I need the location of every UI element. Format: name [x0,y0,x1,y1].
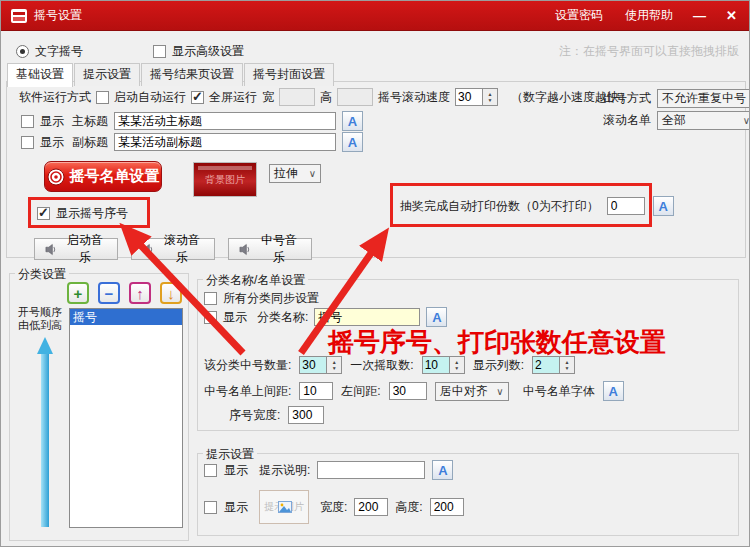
fullscreen-label: 全屏运行 [209,89,257,106]
sync-all-label: 所有分类同步设置 [223,290,319,307]
close-button[interactable]: ✕ [726,8,737,23]
show-tip-text-checkbox[interactable]: ✓ [204,464,217,477]
category-name-font-button[interactable]: A [426,307,447,327]
minimize-button[interactable]: — [693,8,706,23]
names-group-label: 分类名称/名单设置 [203,272,308,289]
screen-height-input[interactable] [337,88,373,106]
screen-width-input[interactable] [279,88,315,106]
top-margin-label: 中号名单上间距: [204,383,291,400]
print-count-input[interactable] [607,197,645,215]
main-title-input[interactable] [114,112,336,130]
category-list-item-selected[interactable]: 摇号 [70,309,182,325]
tab-result-page[interactable]: 摇号结果页设置 [141,63,243,86]
tip-height-input[interactable] [430,498,464,516]
left-margin-input[interactable] [389,382,427,400]
tip-text-row: ✓ 显示 提示说明: A [204,460,453,480]
advanced-checkbox[interactable]: ✓ [153,45,166,58]
spin-down-icon: ▼ [332,365,337,371]
tab-basic[interactable]: 基础设置 [7,63,73,87]
roster-badge-icon [47,168,65,186]
show-serial-row: ✓ 显示摇号序号 [37,205,128,222]
spin-down-icon: ▼ [565,365,570,371]
remove-category-button[interactable]: − [98,282,120,304]
tip-font-button[interactable]: A [432,460,453,480]
left-margin-label: 左间距: [341,383,380,400]
text-mode-radio[interactable] [16,45,29,58]
main-title-label: 主标题 [72,113,108,130]
show-label: 显示 [224,462,248,479]
roll-list-dropdown[interactable]: 全部 ∨ [657,111,750,130]
advanced-label: 显示高级设置 [172,43,244,60]
start-music-button[interactable]: 启动音乐 [34,238,118,260]
sync-all-checkbox[interactable]: ✓ [204,292,217,305]
margins-row: 中号名单上间距: 左间距: 居中对齐 ∨ 中号名单字体 A [204,381,624,401]
add-category-button[interactable]: + [67,282,89,304]
tip-desc-input[interactable] [317,461,425,479]
main-title-font-button[interactable]: A [342,111,363,131]
out-mode-dropdown[interactable]: 不允许重复中号 ∨ [657,89,750,108]
tip-desc-label: 提示说明: [259,462,310,479]
roll-music-button[interactable]: 滚动音乐 [131,238,215,260]
auto-run-label: 启动自动运行 [114,89,186,106]
show-label: 显示 [224,499,248,516]
serial-width-row: 序号宽度: [229,406,324,424]
win-count-label: 该分类中号数量: [204,357,291,374]
roster-font-label: 中号名单字体 [523,383,595,400]
roster-font-button[interactable]: A [603,381,624,401]
stretch-dropdown[interactable]: 拉伸 ∨ [269,164,321,183]
move-up-button[interactable]: ↑ [129,282,151,304]
out-mode-value: 不允许重复中号 [662,90,746,107]
tab-tips[interactable]: 提示设置 [74,63,140,86]
background-image-thumbnail[interactable]: 背景图片 [193,162,257,197]
height-label: 高 [320,89,332,106]
show-label: 显示 [223,309,247,326]
tip-image-button[interactable]: 提示图片 [259,490,309,524]
speaker-icon [142,243,154,256]
fullscreen-checkbox[interactable]: ✓ [191,91,204,104]
drag-hint-note: 注：在摇号界面可以直接拖拽排版 [559,43,739,60]
set-password-menu[interactable]: 设置密码 [555,7,603,24]
align-dropdown[interactable]: 居中对齐 ∨ [435,382,509,401]
show-category-name-checkbox[interactable]: ✓ [204,311,217,324]
show-serial-checkbox[interactable]: ✓ [37,207,50,220]
app-icon [11,9,27,23]
roll-list-label: 滚动名单 [603,112,651,129]
show-sub-title-checkbox[interactable]: ✓ [21,136,34,149]
top-margin-input[interactable] [299,382,333,400]
out-mode-row: 出号方式 不允许重复中号 ∨ [603,89,750,108]
category-toolbar: + − ↑ ↓ [67,282,182,304]
tip-width-input[interactable] [354,498,388,516]
sub-title-input[interactable] [114,133,336,151]
auto-run-checkbox[interactable]: ✓ [96,91,109,104]
roll-music-label: 滚动音乐 [160,232,204,266]
show-tip-image-checkbox[interactable]: ✓ [204,501,217,514]
speed-label: 摇号滚动速度 [378,89,450,106]
win-count-input[interactable] [299,356,327,374]
chevron-down-icon: ∨ [309,168,316,179]
stretch-value: 拉伸 [274,165,298,182]
category-name-input[interactable] [314,308,420,326]
roster-settings-button[interactable]: 摇号名单设置 [44,161,162,192]
tab-bar: 基础设置 提示设置 摇号结果页设置 摇号封面设置 [7,63,335,86]
win-music-button[interactable]: 中号音乐 [228,238,312,260]
chevron-down-icon: ∨ [743,115,750,126]
tab-cover[interactable]: 摇号封面设置 [244,63,334,86]
serial-width-input[interactable] [288,406,324,424]
speed-input[interactable] [455,88,483,106]
speed-spin-buttons[interactable]: ▲▼ [483,88,498,106]
annotation-text: 摇号序号、打印张数任意设置 [328,325,666,360]
width-label: 宽 [262,89,274,106]
print-count-label: 抽奖完成自动打印份数（0为不打印） [400,198,599,215]
category-name-row: ✓ 显示 分类名称: A [204,307,447,327]
sub-title-font-button[interactable]: A [342,132,363,152]
tip-image-row: ✓ 显示 提示图片 宽度: 高度: [204,490,464,524]
out-mode-label: 出号方式 [603,90,651,107]
help-menu[interactable]: 使用帮助 [625,7,673,24]
print-font-button[interactable]: A [653,196,674,216]
category-listbox[interactable]: 摇号 [69,308,183,528]
move-down-button[interactable]: ↓ [160,282,182,304]
photo-icon [278,501,292,513]
show-main-title-checkbox[interactable]: ✓ [21,115,34,128]
category-name-label: 分类名称: [257,309,308,326]
music-buttons-row: 启动音乐 滚动音乐 中号音乐 [34,238,312,260]
